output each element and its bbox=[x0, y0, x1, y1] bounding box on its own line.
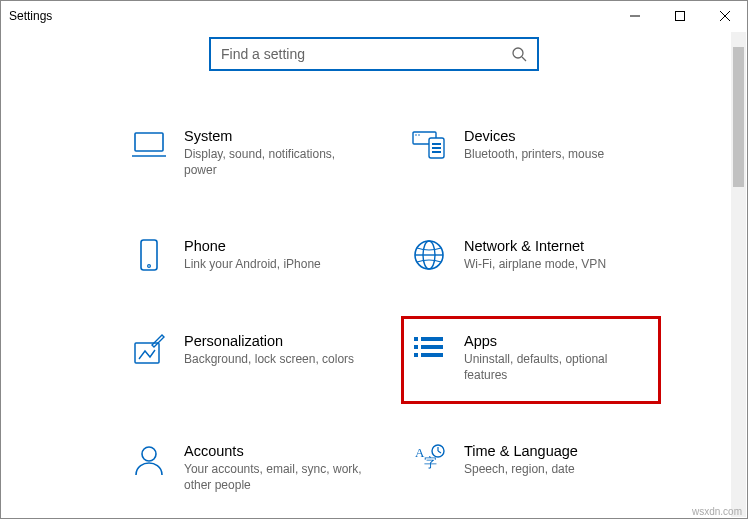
svg-rect-22 bbox=[421, 337, 443, 341]
svg-point-16 bbox=[148, 265, 151, 268]
svg-rect-13 bbox=[432, 147, 441, 149]
tile-accounts[interactable]: Accounts Your accounts, email, sync, wor… bbox=[121, 436, 381, 500]
tile-subtitle: Background, lock screen, colors bbox=[184, 351, 354, 367]
tile-title: Devices bbox=[464, 128, 604, 144]
search-input[interactable] bbox=[221, 46, 511, 62]
tile-subtitle: Uninstall, defaults, optional features bbox=[464, 351, 650, 383]
svg-point-10 bbox=[418, 134, 420, 136]
window-title: Settings bbox=[9, 9, 52, 23]
svg-text:字: 字 bbox=[424, 455, 437, 470]
tile-devices[interactable]: Devices Bluetooth, printers, mouse bbox=[401, 121, 661, 185]
tile-subtitle: Link your Android, iPhone bbox=[184, 256, 321, 272]
vertical-scrollbar[interactable] bbox=[731, 32, 746, 517]
svg-rect-23 bbox=[414, 345, 418, 349]
tile-title: Phone bbox=[184, 238, 321, 254]
svg-point-4 bbox=[513, 48, 523, 58]
tile-subtitle: Display, sound, notifications, power bbox=[184, 146, 370, 178]
time-language-icon: A 字 bbox=[412, 443, 446, 477]
tile-title: Time & Language bbox=[464, 443, 578, 459]
tile-title: Network & Internet bbox=[464, 238, 606, 254]
watermark: wsxdn.com bbox=[692, 506, 742, 517]
tile-time-language[interactable]: A 字 Time & Language Speech, region, date bbox=[401, 436, 661, 500]
tile-network[interactable]: Network & Internet Wi-Fi, airplane mode,… bbox=[401, 231, 661, 279]
svg-rect-21 bbox=[414, 337, 418, 341]
search-box[interactable] bbox=[209, 37, 539, 71]
tile-system[interactable]: System Display, sound, notifications, po… bbox=[121, 121, 381, 185]
tile-title: System bbox=[184, 128, 370, 144]
scroll-thumb[interactable] bbox=[733, 47, 744, 187]
minimize-button[interactable] bbox=[612, 1, 657, 31]
settings-content: System Display, sound, notifications, po… bbox=[1, 121, 747, 518]
settings-window: Settings System bbox=[0, 0, 748, 519]
tile-personalization[interactable]: Personalization Background, lock screen,… bbox=[121, 326, 381, 390]
tile-subtitle: Speech, region, date bbox=[464, 461, 578, 477]
svg-rect-1 bbox=[675, 12, 684, 21]
tile-subtitle: Wi-Fi, airplane mode, VPN bbox=[464, 256, 606, 272]
settings-grid: System Display, sound, notifications, po… bbox=[121, 121, 747, 500]
apps-icon bbox=[412, 333, 446, 367]
svg-rect-12 bbox=[432, 143, 441, 145]
tile-apps[interactable]: Apps Uninstall, defaults, optional featu… bbox=[401, 316, 661, 404]
svg-rect-25 bbox=[414, 353, 418, 357]
tile-title: Apps bbox=[464, 333, 650, 349]
tile-title: Personalization bbox=[184, 333, 354, 349]
close-button[interactable] bbox=[702, 1, 747, 31]
svg-rect-24 bbox=[421, 345, 443, 349]
system-icon bbox=[132, 128, 166, 162]
devices-icon bbox=[412, 128, 446, 162]
tile-subtitle: Bluetooth, printers, mouse bbox=[464, 146, 604, 162]
phone-icon bbox=[132, 238, 166, 272]
tile-title: Accounts bbox=[184, 443, 370, 459]
svg-line-5 bbox=[522, 57, 526, 61]
search-container bbox=[1, 37, 747, 71]
tile-subtitle: Your accounts, email, sync, work, other … bbox=[184, 461, 370, 493]
tile-phone[interactable]: Phone Link your Android, iPhone bbox=[121, 231, 381, 279]
personalization-icon bbox=[132, 333, 166, 367]
svg-point-9 bbox=[415, 134, 417, 136]
svg-line-32 bbox=[438, 451, 441, 453]
search-icon bbox=[511, 46, 527, 62]
svg-rect-15 bbox=[141, 240, 157, 270]
svg-rect-6 bbox=[135, 133, 163, 151]
window-controls bbox=[612, 1, 747, 31]
svg-point-27 bbox=[142, 447, 156, 461]
svg-rect-14 bbox=[432, 151, 441, 153]
svg-rect-26 bbox=[421, 353, 443, 357]
accounts-icon bbox=[132, 443, 166, 477]
globe-icon bbox=[412, 238, 446, 272]
maximize-button[interactable] bbox=[657, 1, 702, 31]
